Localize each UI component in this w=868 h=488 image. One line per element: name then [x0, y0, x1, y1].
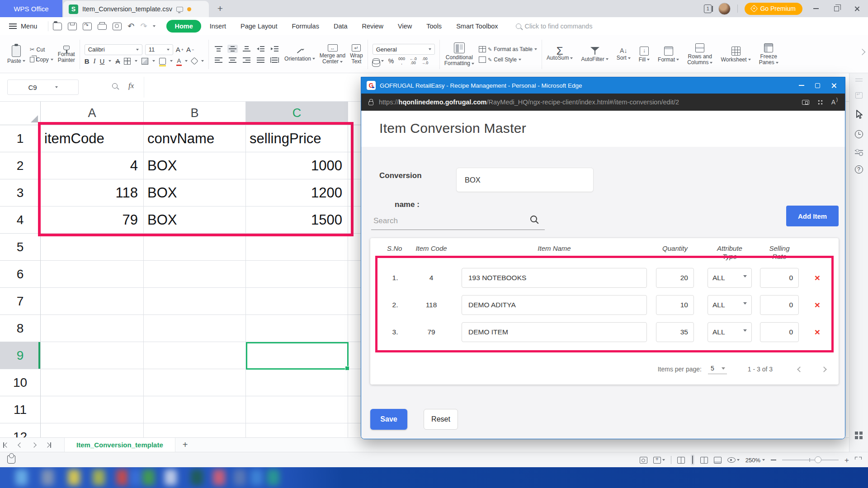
- app-grid-icon[interactable]: [855, 432, 863, 439]
- add-item-button[interactable]: Add Item: [786, 206, 839, 226]
- page-size-select[interactable]: 5: [708, 365, 727, 374]
- menu-hamburger-icon[interactable]: [9, 23, 17, 29]
- row-header-12[interactable]: 12: [0, 423, 41, 437]
- cell-A5[interactable]: [41, 234, 144, 261]
- cell-A11[interactable]: [41, 396, 144, 423]
- taskbar-app-blurred[interactable]: [250, 469, 263, 485]
- increase-indent-icon[interactable]: [269, 45, 280, 53]
- cell-C11[interactable]: [246, 396, 348, 423]
- sidebar-handle-icon[interactable]: [855, 79, 863, 81]
- cell-C8[interactable]: [246, 315, 348, 342]
- print-icon[interactable]: [98, 24, 107, 30]
- format-button[interactable]: Format: [658, 47, 679, 63]
- italic-button[interactable]: I: [94, 57, 96, 65]
- currency-format-icon[interactable]: [373, 58, 384, 64]
- cell-B7[interactable]: [144, 288, 246, 315]
- row-header-7[interactable]: 7: [0, 288, 41, 315]
- taskbar-app-blurred[interactable]: [234, 469, 246, 485]
- row-header-3[interactable]: 3: [0, 179, 41, 206]
- grow-font-button[interactable]: A+: [176, 44, 184, 55]
- cell-A7[interactable]: [41, 288, 144, 315]
- undo-icon[interactable]: ↶: [127, 22, 134, 30]
- zoom-slider-handle[interactable]: [815, 456, 821, 463]
- save-button[interactable]: Save: [370, 409, 407, 430]
- fill-button[interactable]: ↓ Fill: [639, 47, 650, 63]
- last-sheet-icon[interactable]: [41, 438, 54, 452]
- taskbar-app-blurred[interactable]: [93, 469, 105, 485]
- font-color-icon[interactable]: A: [177, 58, 181, 64]
- distributed-icon[interactable]: [269, 56, 280, 64]
- cell-C7[interactable]: [246, 288, 348, 315]
- wrap-text-button[interactable]: ↵ Wrap Text: [350, 44, 363, 65]
- sheet-tab[interactable]: Item_Conversion_template: [64, 438, 175, 452]
- custom-view-icon[interactable]: [653, 457, 665, 464]
- wps-brand-tab[interactable]: WPS Office: [0, 0, 62, 17]
- highlight-color-icon[interactable]: [159, 58, 166, 65]
- increase-decimal-icon[interactable]: ←.0.00: [410, 57, 417, 65]
- url-text[interactable]: https://hqonlinedemo.gofrugal.com/RayMed…: [379, 99, 797, 106]
- cell-C6[interactable]: [246, 261, 348, 288]
- menu-label[interactable]: Menu: [21, 23, 37, 30]
- macro-record-icon[interactable]: [7, 455, 15, 464]
- cell-B9[interactable]: [144, 342, 246, 369]
- edge-maximize-button[interactable]: [815, 83, 820, 88]
- menu-tab-tools[interactable]: Tools: [420, 20, 448, 32]
- align-middle-icon[interactable]: [227, 45, 238, 53]
- zoom-formula-icon[interactable]: [112, 83, 118, 89]
- taskbar-app-blurred[interactable]: [15, 469, 28, 485]
- edge-titlebar[interactable]: G GOFRUGAL RetailEasy - Recipe Managemen…: [361, 77, 845, 94]
- row-header-11[interactable]: 11: [0, 396, 41, 423]
- copy-button[interactable]: Copy: [30, 56, 53, 63]
- lock-icon[interactable]: [368, 101, 373, 105]
- font-name-select[interactable]: Calibri: [85, 44, 142, 55]
- document-count-icon[interactable]: 1: [704, 5, 712, 13]
- history-icon[interactable]: [855, 130, 863, 138]
- menu-tab-review[interactable]: Review: [356, 20, 390, 32]
- conversion-name-input[interactable]: [456, 168, 594, 192]
- cell-A6[interactable]: [41, 261, 144, 288]
- taskbar-app-blurred[interactable]: [142, 469, 155, 485]
- restore-button[interactable]: [830, 0, 843, 17]
- paste-button[interactable]: Paste: [7, 45, 25, 64]
- borders-icon[interactable]: [124, 58, 131, 65]
- menu-tab-view[interactable]: View: [392, 20, 418, 32]
- next-sheet-icon[interactable]: [27, 438, 41, 452]
- cell-style-button[interactable]: ✎Cell Style: [479, 56, 521, 63]
- align-right-icon[interactable]: [241, 56, 252, 64]
- read-aloud-icon[interactable]: A: [831, 99, 838, 106]
- cell-A8[interactable]: [41, 315, 144, 342]
- windows-taskbar[interactable]: [0, 467, 868, 488]
- item-search-input[interactable]: [371, 212, 545, 230]
- number-format-select[interactable]: General: [373, 44, 435, 55]
- edge-urlbar[interactable]: https://hqonlinedemo.gofrugal.com/RayMed…: [361, 94, 845, 111]
- merge-center-button[interactable]: ↔ Merge and Center: [320, 44, 345, 65]
- cell-B6[interactable]: [144, 261, 246, 288]
- taskbar-app-blurred[interactable]: [191, 469, 203, 485]
- orientation-button[interactable]: Orientation: [284, 47, 315, 62]
- decrease-indent-icon[interactable]: [255, 45, 266, 53]
- grid-view-icon[interactable]: [691, 455, 694, 465]
- row-header-2[interactable]: 2: [0, 152, 41, 179]
- apps-grid-icon[interactable]: [817, 99, 823, 105]
- minimize-button[interactable]: [809, 0, 823, 17]
- new-tab-button[interactable]: +: [214, 3, 226, 14]
- taskbar-app-blurred[interactable]: [165, 469, 177, 485]
- format-painter-button[interactable]: Format Painter: [58, 46, 75, 63]
- align-bottom-icon[interactable]: [241, 45, 252, 53]
- font-size-select[interactable]: 11: [145, 44, 173, 55]
- reading-mode-icon[interactable]: [727, 457, 740, 463]
- cell-B5[interactable]: [144, 234, 246, 261]
- page-layout-icon[interactable]: [640, 457, 647, 464]
- page-break-view-icon[interactable]: [700, 457, 708, 464]
- help-icon[interactable]: ?: [855, 165, 863, 174]
- device-preview-icon[interactable]: [802, 100, 809, 105]
- redo-icon[interactable]: ↷: [140, 22, 147, 30]
- autosum-button[interactable]: Σ AutoSum: [547, 48, 573, 61]
- menu-tab-insert[interactable]: Insert: [204, 20, 232, 32]
- cut-button[interactable]: ✂Cut: [30, 46, 53, 53]
- menu-tab-data[interactable]: Data: [328, 20, 354, 32]
- row-header-9[interactable]: 9: [0, 342, 41, 369]
- freeze-panes-button[interactable]: Freeze Panes: [759, 43, 778, 66]
- rows-columns-button[interactable]: Rows and Columns: [687, 43, 712, 66]
- cell-C10[interactable]: [246, 369, 348, 396]
